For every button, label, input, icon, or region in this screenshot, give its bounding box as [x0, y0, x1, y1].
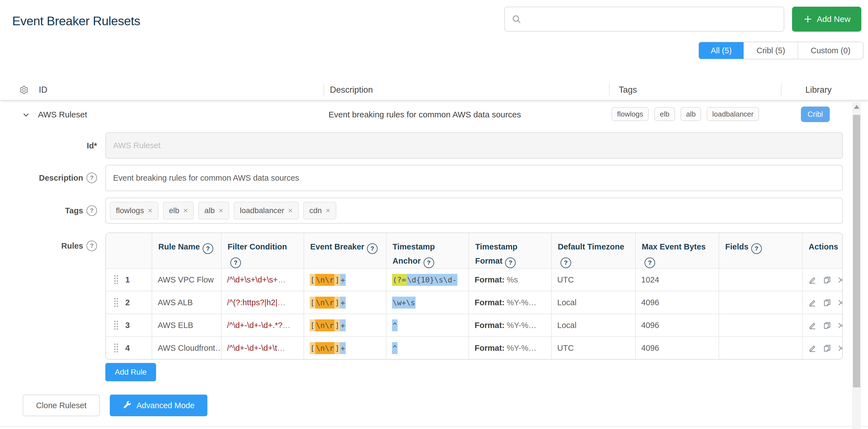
tags-label-text: Tags — [65, 206, 83, 215]
help-icon[interactable]: ? — [424, 258, 434, 268]
wrench-icon — [123, 401, 132, 410]
drag-handle-icon[interactable] — [113, 275, 119, 285]
add-rule-button[interactable]: Add Rule — [105, 363, 156, 381]
regex-token: \n\r — [315, 297, 334, 309]
copy-rule-icon[interactable] — [823, 321, 831, 330]
search-input[interactable] — [526, 15, 777, 24]
rules-col-handle — [106, 233, 152, 268]
search-box[interactable] — [504, 7, 784, 32]
tags-input[interactable]: flowlogs×elb×alb×loadbalancer×cdn× — [105, 198, 843, 224]
rule-timestamp-format: Format: %Y-%… — [468, 336, 551, 359]
help-icon[interactable]: ? — [203, 244, 213, 254]
delete-rule-icon[interactable] — [837, 321, 843, 330]
format-value: %Y-%… — [507, 298, 536, 307]
description-label-text: Description — [39, 173, 83, 182]
ruleset-tag-chip: flowlogs — [612, 107, 649, 121]
rule-name: AWS VPC Flow — [152, 268, 221, 291]
page-title: Event Breaker Rulesets — [12, 14, 140, 28]
ruleset-tags: flowlogselbalbloadbalancer — [612, 107, 778, 122]
remove-tag-icon[interactable]: × — [219, 207, 223, 214]
column-divider[interactable] — [781, 83, 781, 96]
rule-timestamp-format: Format: %Y-%… — [468, 291, 551, 314]
help-icon[interactable]: ? — [230, 258, 241, 268]
help-icon[interactable]: ? — [505, 258, 516, 268]
column-settings-gear-icon[interactable] — [18, 85, 29, 96]
copy-rule-icon[interactable] — [823, 298, 831, 307]
drag-handle-icon[interactable] — [113, 297, 119, 308]
rule-max-event-bytes: 1024 — [635, 268, 719, 291]
tag-chip-label: cdn — [309, 206, 322, 215]
remove-tag-icon[interactable]: × — [148, 207, 152, 214]
column-divider[interactable] — [323, 83, 324, 96]
regex-token: ] — [334, 297, 340, 309]
rules-col-actions: Actions — [802, 233, 843, 268]
rule-max-event-bytes: 4096 — [635, 291, 719, 314]
column-label: Actions — [809, 242, 838, 251]
scrollbar-up-arrow[interactable] — [854, 105, 859, 109]
truncation-ellipsis: … — [277, 344, 285, 352]
remove-tag-icon[interactable]: × — [183, 207, 188, 214]
help-icon[interactable]: ? — [367, 244, 378, 254]
collapse-ruleset-chevron-down-icon[interactable] — [20, 109, 32, 121]
add-new-button[interactable]: Add New — [792, 7, 861, 32]
rule-filter-condition: /^\d+-\d+-\d+.*?… — [221, 314, 304, 336]
copy-rule-icon[interactable] — [823, 276, 831, 284]
help-icon[interactable]: ? — [645, 258, 655, 268]
event-breaker-rulesets-page: Event Breaker Rulesets Add New All (5) C… — [0, 0, 868, 429]
help-icon[interactable]: ? — [87, 240, 97, 251]
rule-row: 2AWS ALB/^(?:https?|h2|…[\n\r]+\w+\sForm… — [106, 291, 843, 314]
tab-custom[interactable]: Custom (0) — [798, 42, 863, 59]
id-input[interactable] — [105, 132, 843, 159]
advanced-mode-button[interactable]: Advanced Mode — [110, 395, 207, 416]
edit-rule-icon[interactable] — [808, 298, 817, 307]
regex-text: /^\d+\s+\d+\s+ — [227, 275, 278, 284]
copy-rule-icon[interactable] — [823, 344, 831, 353]
tag-chip: elb× — [163, 202, 194, 220]
rules-col-fields: Fields? — [719, 233, 802, 268]
drag-handle-icon[interactable] — [113, 343, 119, 353]
ruleset-tag-chip: elb — [654, 107, 675, 121]
scrollbar-thumb[interactable] — [853, 115, 860, 388]
column-header-tags: Tags — [619, 85, 637, 95]
rule-default-timezone: Local — [551, 291, 635, 314]
rule-timestamp-anchor: ^ — [386, 314, 468, 336]
tab-cribl[interactable]: Cribl (5) — [744, 42, 798, 59]
rule-row-handle: 2 — [112, 292, 146, 313]
column-label: Max Event Bytes — [642, 242, 706, 251]
help-icon[interactable]: ? — [751, 244, 762, 254]
format-label: Format: — [475, 344, 504, 352]
description-input[interactable] — [105, 165, 843, 191]
ruleset-tag-chip: loadbalancer — [707, 107, 759, 121]
help-icon[interactable]: ? — [561, 258, 571, 268]
rule-timestamp-anchor: \w+\s — [386, 291, 468, 314]
edit-rule-icon[interactable] — [808, 344, 817, 353]
delete-rule-icon[interactable] — [837, 276, 843, 284]
column-divider[interactable] — [609, 83, 610, 96]
rule-default-timezone: UTC — [551, 268, 635, 291]
regex-token: \n\r — [315, 342, 334, 354]
column-label: Default Timezone — [558, 242, 624, 251]
tab-all[interactable]: All (5) — [699, 42, 744, 59]
edit-rule-icon[interactable] — [808, 321, 817, 330]
clone-ruleset-button[interactable]: Clone Ruleset — [23, 395, 100, 416]
column-label: Rule Name — [158, 242, 200, 251]
column-header-id: ID — [39, 85, 48, 95]
edit-rule-icon[interactable] — [808, 276, 817, 284]
regex-text: /^\d+-\d+-\d+.*? — [227, 321, 282, 330]
ruleset-id[interactable]: AWS Ruleset — [38, 110, 87, 119]
delete-rule-icon[interactable] — [837, 298, 843, 307]
help-icon[interactable]: ? — [87, 173, 97, 183]
regex-token: \w+\s — [392, 297, 415, 309]
rule-filter-condition: /^(?:https?|h2|… — [221, 291, 304, 314]
truncation-ellipsis: … — [282, 321, 290, 330]
drag-handle-icon[interactable] — [113, 320, 119, 330]
remove-tag-icon[interactable]: × — [326, 207, 330, 214]
remove-tag-icon[interactable]: × — [288, 207, 292, 214]
library-filter-tabs: All (5) Cribl (5) Custom (0) — [698, 41, 864, 59]
delete-rule-icon[interactable] — [837, 344, 843, 352]
rule-actions — [802, 291, 843, 314]
help-icon[interactable]: ? — [87, 205, 97, 216]
rules-col-timestamp-format: Timestamp Format? — [468, 233, 551, 268]
rule-event-breaker: [\n\r]+ — [304, 291, 386, 314]
tag-chip: alb× — [198, 202, 229, 220]
